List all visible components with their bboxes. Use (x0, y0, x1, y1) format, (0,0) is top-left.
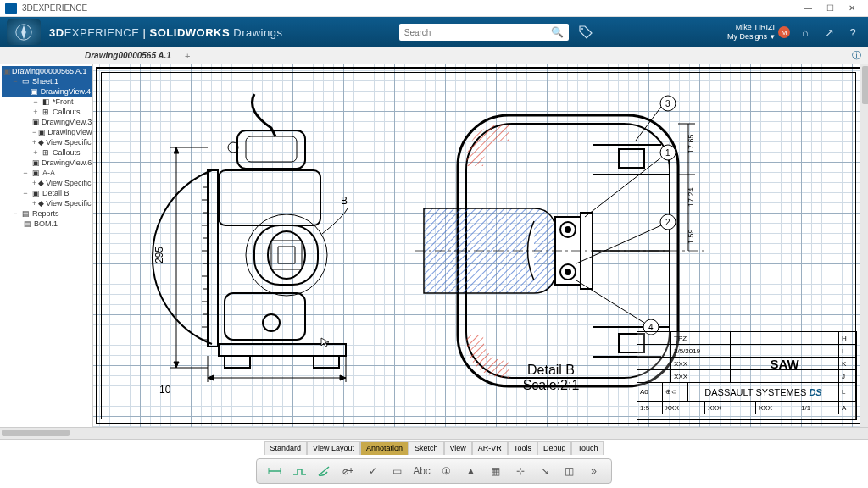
tree-item[interactable]: −▣Detail B (2, 188, 92, 198)
feature-tree[interactable]: ▣Drawing00000565 A.1 −▭Sheet.1 −▣Drawing… (0, 64, 93, 427)
user-name: Mike TIRIZI (727, 23, 775, 32)
cursor-icon (320, 337, 331, 347)
axis-icon[interactable]: ⊹ (510, 462, 531, 480)
drawing-view-front: B 10 295 (144, 90, 348, 395)
tag-icon[interactable] (577, 24, 594, 41)
svg-point-30 (246, 214, 327, 296)
angle-dim-icon[interactable] (314, 462, 334, 480)
search-icon[interactable]: 🔍 (551, 26, 564, 38)
tree-item[interactable]: ▣DrawingView.6 (2, 158, 92, 168)
app-icon (5, 3, 17, 14)
window-title: 3DEXPERIENCE (22, 3, 797, 13)
arrow-icon[interactable]: ↘ (535, 462, 555, 480)
tree-item[interactable]: −▣DrawingView.5 (2, 127, 92, 137)
table-icon[interactable]: ▦ (486, 462, 506, 480)
scrollbar-vertical[interactable] (860, 64, 868, 427)
title-block: TPZ H 3/5/2019SAWI XXXK XXXJ A0⊕⊂DASSAUL… (637, 331, 857, 420)
svg-point-2 (581, 28, 583, 30)
tree-root[interactable]: ▣Drawing00000565 A.1 (2, 66, 92, 76)
search-box[interactable]: 🔍 (399, 24, 569, 41)
svg-point-49 (565, 226, 571, 233)
user-block[interactable]: Mike TIRIZI My Designs▾ (727, 23, 775, 42)
help-icon[interactable]: ? (844, 24, 861, 41)
svg-rect-58 (619, 149, 644, 168)
tab-annotation[interactable]: Annotation (360, 441, 409, 455)
balloon-icon[interactable]: ① (437, 462, 457, 480)
tab-tools[interactable]: Tools (508, 441, 537, 455)
notification-badge[interactable]: M (778, 26, 790, 38)
scrollbar-horizontal[interactable] (0, 427, 868, 439)
svg-point-51 (565, 269, 571, 275)
document-tab[interactable]: Drawing00000565 A.1 (76, 49, 180, 62)
roughness-icon[interactable]: ✓ (363, 462, 383, 480)
tree-item[interactable]: +◆View Specification (2, 137, 92, 147)
datum-icon[interactable]: ▲ (461, 462, 481, 480)
tab-standard[interactable]: Standard (264, 441, 308, 455)
svg-text:17.24: 17.24 (687, 187, 695, 207)
svg-rect-23 (219, 170, 320, 225)
svg-point-26 (263, 314, 280, 331)
svg-marker-37 (340, 375, 346, 380)
detail-caption: Detail B Scale:2:1 (483, 363, 619, 393)
tree-item[interactable]: +◆View Specification (2, 198, 92, 208)
svg-text:295: 295 (153, 247, 165, 263)
svg-line-61 (585, 158, 661, 217)
tree-reports[interactable]: −▤Reports (2, 208, 92, 219)
text-icon[interactable]: Abc (412, 462, 432, 480)
chevron-down-icon: ▾ (771, 32, 775, 42)
area-icon[interactable]: ◫ (559, 462, 580, 480)
tree-item[interactable]: −▣A-A (2, 168, 92, 178)
svg-text:B: B (341, 195, 348, 207)
annotation-toolbar[interactable]: ⌀± ✓ ▭ Abc ① ▲ ▦ ⊹ ↘ ◫ » (256, 458, 612, 484)
svg-marker-42 (174, 147, 179, 153)
dimension-icon[interactable] (264, 462, 285, 480)
tab-ar-vr[interactable]: AR-VR (472, 441, 508, 455)
svg-text:17.65: 17.65 (687, 134, 695, 153)
tree-item[interactable]: −▣DrawingView.4 (2, 86, 92, 97)
svg-text:1: 1 (665, 148, 670, 158)
minimize-button[interactable]: — (797, 1, 819, 16)
compass-icon[interactable] (7, 19, 41, 45)
svg-text:3: 3 (665, 99, 670, 108)
svg-text:10: 10 (159, 384, 171, 395)
svg-rect-28 (225, 356, 250, 368)
tree-item[interactable]: +⊞Callouts (2, 107, 92, 117)
svg-rect-8 (208, 170, 218, 347)
svg-marker-1 (21, 25, 26, 40)
svg-text:1.59: 1.59 (687, 229, 695, 244)
tab-view-layout[interactable]: View Layout (307, 441, 360, 455)
brand-label: 3DEXPERIENCE | SOLIDWORKS Drawings (49, 26, 282, 39)
tab-view[interactable]: View (444, 441, 472, 455)
tree-bom[interactable]: ▤BOM.1 (2, 219, 92, 229)
svg-marker-43 (174, 362, 179, 368)
svg-marker-36 (208, 375, 214, 380)
close-button[interactable]: ✕ (841, 1, 863, 16)
svg-point-31 (268, 231, 305, 279)
tree-item[interactable]: +◆View Specification (2, 178, 92, 188)
tab-debug[interactable]: Debug (537, 441, 572, 455)
tab-touch[interactable]: Touch (571, 441, 604, 455)
search-input[interactable] (404, 28, 551, 37)
svg-rect-29 (314, 356, 339, 368)
info-icon[interactable]: ⓘ (852, 49, 868, 62)
drawing-canvas[interactable]: B 10 295 (93, 64, 868, 427)
share-icon[interactable]: ↗ (821, 24, 837, 41)
maximize-button[interactable]: ☐ (819, 1, 841, 16)
tree-item[interactable]: −◧*Front (2, 97, 92, 107)
svg-line-67 (576, 280, 644, 323)
tree-item[interactable]: +⊞Callouts (2, 147, 92, 158)
new-tab-button[interactable]: + (180, 51, 195, 61)
svg-rect-24 (254, 225, 318, 285)
tolerance-icon[interactable]: ⌀± (338, 462, 359, 480)
my-designs-label[interactable]: My Designs (727, 32, 767, 42)
home-icon[interactable]: ⌂ (797, 24, 814, 41)
svg-rect-6 (246, 136, 297, 162)
tree-sheet[interactable]: −▭Sheet.1 (2, 76, 92, 86)
svg-text:2: 2 (665, 218, 670, 227)
tab-sketch[interactable]: Sketch (409, 441, 444, 455)
command-tabs[interactable]: Standard View Layout Annotation Sketch V… (0, 440, 868, 455)
tree-item[interactable]: ▣DrawingView.3 (2, 117, 92, 127)
expand-icon[interactable]: » (584, 462, 604, 480)
gdnt-icon[interactable]: ▭ (387, 462, 408, 480)
chain-dim-icon[interactable] (289, 462, 309, 480)
